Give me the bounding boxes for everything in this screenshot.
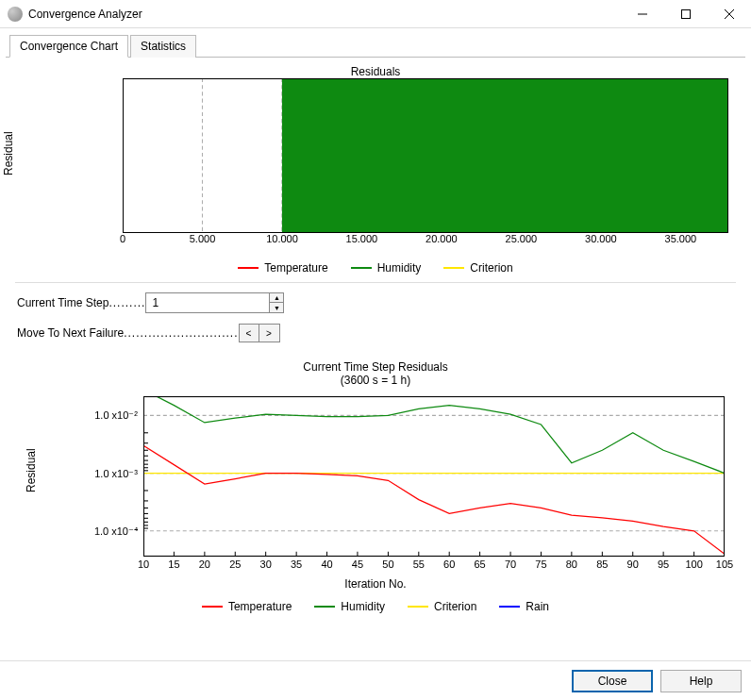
legend-criterion: Criterion — [443, 261, 512, 275]
legend-criterion: Criterion — [408, 600, 476, 613]
bot-chart-ylabel: Residual — [25, 448, 38, 492]
legend-humidity: Humidity — [314, 600, 385, 613]
timestep-spin-up[interactable]: ▲ — [270, 293, 283, 303]
xtick: 30 — [260, 558, 272, 570]
legend-label: Temperature — [228, 600, 292, 613]
close-window-button[interactable] — [708, 0, 751, 28]
bot-chart-subtitle: (3600 s = 1 h) — [15, 374, 736, 387]
xtick: 75 — [535, 558, 546, 570]
legend-temperature: Temperature — [238, 261, 327, 275]
xtick: 15 — [168, 558, 179, 570]
legend-label: Temperature — [264, 261, 327, 275]
separator — [15, 282, 736, 283]
xtick: 95 — [658, 558, 669, 570]
xtick: 65 — [474, 558, 485, 570]
xtick: 25 — [229, 558, 241, 570]
xtick: 105 — [716, 558, 733, 570]
xtick: 100 — [685, 558, 702, 570]
legend-rain: Rain — [499, 600, 549, 613]
bot-chart-xlabel: Iteration No. — [15, 577, 736, 591]
ytick: 1.0 x10⁻³ — [94, 467, 138, 479]
xtick: 35.000 — [665, 233, 697, 244]
bot-chart-yaxis: 1.0 x10⁻² 1.0 x10⁻³ 1.0 x10⁻⁴ — [85, 396, 143, 557]
svg-rect-12 — [282, 78, 728, 233]
timestep-spin-down[interactable]: ▼ — [270, 303, 283, 312]
svg-rect-1 — [682, 9, 691, 18]
xtick: 35 — [291, 558, 302, 570]
failure-label: Move To Next Failure....................… — [17, 326, 239, 340]
xtick: 50 — [382, 558, 393, 570]
timestep-residuals-chart: Current Time Step Residuals (3600 s = 1 … — [15, 358, 736, 613]
legend-label: Criterion — [434, 600, 476, 613]
legend-humidity: Humidity — [351, 261, 422, 275]
legend-label: Humidity — [341, 600, 385, 613]
close-button[interactable]: Close — [572, 670, 653, 692]
timestep-input[interactable] — [146, 293, 269, 312]
ytick: 1.0 x10⁻⁴ — [94, 525, 138, 537]
xtick: 25.000 — [506, 233, 538, 244]
help-button[interactable]: Help — [660, 670, 742, 692]
bot-chart-xaxis: 10 15 20 25 30 35 40 45 50 55 60 65 70 7… — [143, 558, 725, 574]
failure-prev-button[interactable]: < — [239, 324, 259, 342]
svg-rect-14 — [143, 396, 725, 557]
top-chart-plot — [123, 78, 728, 233]
title-bar: Convergence Analyzer — [0, 0, 751, 28]
xtick: 15.000 — [346, 233, 378, 244]
xtick: 5.000 — [190, 233, 216, 244]
top-chart-xaxis: 0 5.000 10.000 15.000 20.000 25.000 30.0… — [123, 233, 728, 248]
footer: Close Help — [0, 660, 751, 700]
xtick: 10 — [138, 558, 149, 570]
xtick: 85 — [596, 558, 608, 570]
legend-label: Criterion — [470, 261, 512, 275]
legend-label: Rain — [526, 600, 549, 613]
app-icon — [8, 7, 23, 22]
xtick: 40 — [321, 558, 332, 570]
legend-label: Humidity — [377, 261, 422, 275]
xtick: 20 — [199, 558, 210, 570]
xtick: 30.000 — [585, 233, 617, 244]
legend-temperature: Temperature — [202, 600, 292, 613]
bot-chart-plot — [143, 396, 725, 557]
tab-bar: Convergence Chart Statistics — [6, 34, 745, 58]
top-chart-legend: Temperature Humidity Criterion — [15, 259, 736, 275]
controls: Current Time Step......... ▲ ▼ Move To N… — [11, 291, 740, 358]
xtick: 45 — [352, 558, 363, 570]
xtick: 70 — [505, 558, 516, 570]
xtick: 20.000 — [426, 233, 458, 244]
timestep-label: Current Time Step......... — [17, 296, 145, 309]
ytick: 1.0 x10⁻² — [94, 409, 138, 422]
tab-convergence-chart[interactable]: Convergence Chart — [9, 35, 128, 58]
xtick: 90 — [627, 558, 639, 570]
maximize-button[interactable] — [664, 0, 708, 28]
xtick: 60 — [443, 558, 455, 570]
top-chart-title: Residuals — [15, 63, 736, 78]
tab-statistics[interactable]: Statistics — [130, 35, 196, 58]
failure-next-button[interactable]: > — [259, 324, 280, 342]
xtick: 80 — [566, 558, 577, 570]
minimize-button[interactable] — [621, 0, 664, 28]
xtick: 0 — [120, 233, 125, 244]
timestep-spinner[interactable]: ▲ ▼ — [145, 292, 284, 313]
residuals-overview-chart: Residuals Residual — [15, 63, 736, 275]
bot-chart-title: Current Time Step Residuals — [15, 360, 736, 374]
bot-chart-legend: Temperature Humidity Criterion Rain — [15, 598, 736, 613]
top-chart-ylabel: Residual — [2, 131, 15, 175]
xtick: 55 — [413, 558, 425, 570]
xtick: 10.000 — [266, 233, 298, 244]
window-title: Convergence Analyzer — [28, 8, 621, 21]
